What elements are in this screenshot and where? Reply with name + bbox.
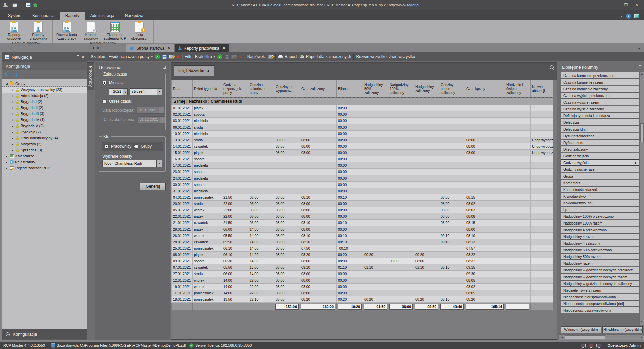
save-filter-icon[interactable] <box>225 55 229 59</box>
column-item-dyżur-razem[interactable]: Dyżur razem <box>561 139 639 146</box>
edit-filter-icon[interactable] <box>231 55 236 59</box>
column-item-nadgodziny-w-godzinach-nocnych-przekroczono[interactable]: Nadgodziny w godzinach nocnych przekrocz… <box>561 267 639 273</box>
tree-item-brygada-i-2[interactable]: ▸Brygada I (2) <box>2 99 87 105</box>
table-row[interactable]: 01.01.2021piątek00:00 <box>172 105 553 111</box>
tree-expander-icon[interactable]: ▸ <box>11 100 14 103</box>
table-row[interactable]: 04.01.2021poniedziałek21:5006:0008:0008:… <box>172 194 553 201</box>
column-item-dyżur-przekroczono[interactable]: Dyżur przekroczono <box>561 133 639 139</box>
table-row[interactable]: 20.01.2021środa22:0006:0008:0008:0000:00… <box>172 201 553 207</box>
grupy-radio-option[interactable]: Grupy <box>134 144 160 149</box>
group-by-button[interactable]: Imię i Nazwisko ▲ <box>174 65 214 76</box>
tree-item-magazyn-2[interactable]: ▸Magazyn (2) <box>2 141 87 147</box>
home-icon[interactable] <box>33 3 37 7</box>
column-item-krwiodawstwo-dni[interactable]: Krwiodawstwo [dni] <box>561 200 639 206</box>
pin-icon[interactable] <box>163 66 166 70</box>
table-row[interactable]: 17.01.2021niedziela00:00 <box>172 162 553 169</box>
column-header-niedziele-i-święta-zaliczony[interactable]: Niedziele i święta zaliczony <box>505 80 531 98</box>
column-header-godzina-rozpoczęcia-pracy[interactable]: Godzina rozpoczęcia pracy <box>222 80 248 98</box>
raport-button[interactable]: Raport <box>278 54 297 59</box>
raporty-pracownika-button[interactable]: Raporty pracownika <box>26 20 50 40</box>
scroll-down-icon[interactable]: ▼ <box>641 320 643 325</box>
group-row[interactable]: ◢ Imię i Nazwisko : Chambless Rudi <box>172 98 553 105</box>
column-header-dzień-tygodnia[interactable]: Dzień tygodnia <box>193 80 222 98</box>
column-header-czas-łączny[interactable]: Czas łączny <box>465 80 505 98</box>
apply-filter-icon[interactable]: ✔ <box>217 54 222 59</box>
table-row[interactable]: 15.01.2021piątek08:0008:0000:0008:00Urlo… <box>172 150 553 156</box>
table-row[interactable]: 25.01.2021poniedziałek06:1014:0008:0007:… <box>172 245 553 252</box>
tree-item-dyrekcja-2[interactable]: ▸Dyrekcja (2) <box>2 129 87 135</box>
tree-item-rejestratory[interactable]: ▸Rejestratory <box>2 159 87 165</box>
column-header-data[interactable]: Data <box>172 80 193 98</box>
apply-template-icon[interactable]: ✔ <box>155 54 160 59</box>
column-header-nazwa-absencji[interactable]: Nazwa absencji <box>531 80 553 98</box>
column-item-nieobecność-nieusprawiedliwiona-dni[interactable]: Nieobecność nieusprawiedliwiona [dni] <box>561 300 639 307</box>
scroll-right-icon[interactable]: ▸ <box>639 336 644 339</box>
column-item-delegacja-dni[interactable]: Delegacja [dni] <box>561 126 639 132</box>
column-item-nadgodziny-razem[interactable]: Nadgodziny razem <box>561 260 639 266</box>
filtr-combo[interactable]: Brak filtru ▾ <box>195 54 215 59</box>
pin-icon[interactable] <box>91 46 94 50</box>
pracownicy-radio[interactable] <box>104 144 109 149</box>
tree-expander-icon[interactable]: ▸ <box>5 161 8 164</box>
column-header-godziny-do-wypracow[interactable]: Godziny do wypracow... <box>274 80 300 98</box>
tree-expander-icon[interactable]: ▸ <box>11 106 14 109</box>
ribbon-tab-konfiguracja[interactable]: Konfiguracja <box>27 12 60 20</box>
tree-item-brygada-ii-2[interactable]: ▸Brygada II (2) <box>2 105 87 111</box>
column-item-nadgodziny-w-godzinach-nocnych-razem[interactable]: Nadgodziny w godzinach nocnych razem <box>561 273 639 280</box>
device-status-icon[interactable] <box>581 344 586 347</box>
column-item-grupa[interactable]: Grupa <box>561 173 639 179</box>
column-item-nadgodziny-4-przekroczono[interactable]: Nadgodziny 4 przekroczono <box>561 227 639 233</box>
year-stepper-arrows[interactable]: ▴ ▾ <box>123 88 128 95</box>
tree-expander-icon[interactable]: ▸ <box>11 137 14 140</box>
tab-close-icon[interactable]: ✕ <box>221 46 225 50</box>
column-item-nadgodziny-4-razem[interactable]: Nadgodziny 4 razem <box>561 233 639 240</box>
table-row[interactable]: 09.01.2021sobota06:3014:3008:0008:0008:0… <box>172 258 553 264</box>
table-row[interactable]: 14.01.2021czwartek08:0008:0000:0008:00Ur… <box>172 143 553 150</box>
scrollbar-thumb[interactable] <box>565 335 605 339</box>
column-item-nadgodziny-w-godzinach-nocnych-zaliczony[interactable]: Nadgodziny w godzinach nocnych zaliczony <box>561 280 639 287</box>
device-status-icon[interactable] <box>589 344 593 347</box>
table-row[interactable]: 18.01.2021poniedziałek13:5022:1008:0008:… <box>172 296 553 303</box>
column-item-nadgodziny-4-zaliczony[interactable]: Nadgodziny 4 zaliczony <box>561 240 639 246</box>
tree-item-brygada-iii-3[interactable]: ▸Brygada III (3) <box>2 111 87 117</box>
column-item-czas-na-wyjście-razem[interactable]: Czas na wyjście razem <box>561 99 639 105</box>
card-dropdown-icon[interactable]: ▾ <box>19 4 21 7</box>
navigation-icon[interactable] <box>26 3 31 7</box>
lista-obecności-button[interactable]: Lista obecności <box>127 20 151 40</box>
column-item-nadgodziny-100%-razem[interactable]: Nadgodziny 100% razem <box>561 220 639 226</box>
tree-item-sprzedaż-3[interactable]: ▸Sprzedaż (3) <box>2 147 87 153</box>
column-item-czas-na-wyjście-przekroczono[interactable]: Czas na wyjście przekroczono <box>561 92 639 99</box>
tree-expander-icon[interactable]: ◢ <box>5 82 8 85</box>
column-item-nieobecność-nieusprawiedliwiona[interactable]: Nieobecność nieusprawiedliwiona <box>561 294 639 300</box>
spin-down-icon[interactable]: ▾ <box>123 92 127 95</box>
ribbon-tab-system[interactable]: System <box>3 12 27 20</box>
collapse-all-icon[interactable]: ↥ <box>15 72 19 77</box>
column-header-nadgodziny-100%-zaliczony[interactable]: Nadgodziny 100% zaliczony <box>388 80 414 98</box>
column-item-delegacja[interactable]: Delegacja <box>561 119 639 126</box>
year-stepper[interactable]: 2021 ▴ ▾ <box>109 88 128 95</box>
niewidoczne-button[interactable]: Niewidoczne (wszystkie) <box>602 326 643 333</box>
table-row[interactable]: 16.01.2021sobota00:00 <box>172 156 553 162</box>
vertical-scrollbar[interactable]: ▲ ▼ <box>639 72 644 325</box>
edit-template-icon[interactable] <box>169 55 174 59</box>
minimize-button[interactable]: – <box>610 1 620 9</box>
tree-item-rejestr-zdarzeń-rcp[interactable]: ▸Rejestr zdarzeń RCP <box>2 165 87 171</box>
tree-expander-icon[interactable]: ▸ <box>5 167 8 170</box>
table-row[interactable]: 30.01.2021sobota00:00 <box>172 182 553 188</box>
column-item-nieobecność-usprawiedliwiona[interactable]: Nieobecność usprawiedliwiona <box>561 307 639 313</box>
column-header-nadgodziny-zaliczony[interactable]: Nadgodziny zaliczony <box>414 80 439 98</box>
tab-pracownicy-vertical[interactable]: Pracownicy <box>87 62 94 90</box>
tree-expander-icon[interactable]: ▸ <box>11 118 14 121</box>
table-row[interactable]: 06.01.2021środa00:00 <box>172 124 553 131</box>
column-item-kompletność-zdarzeń[interactable]: Kompletność zdarzeń <box>561 186 639 193</box>
ribbon-tab-raporty[interactable]: Raporty <box>60 12 85 20</box>
wybrane-obiekty-select[interactable]: [006]: Chambless Rudi ▾ <box>102 160 162 167</box>
column-item-definicja-typu-dnia-kalendarza[interactable]: Definicja typu dnia kalendarza <box>561 112 639 119</box>
column-item-lp[interactable]: Lp <box>561 206 639 213</box>
tree-item-dział-konstrukcyjny-4[interactable]: ▸Dział konstrukcyjny (4) <box>2 135 87 141</box>
scrollbar-thumb[interactable] <box>640 123 644 142</box>
column-header-godziny-nocne-zaliczony[interactable]: Godziny nocne zaliczony <box>439 80 465 98</box>
edit-header-icon[interactable] <box>268 55 273 59</box>
column-header-nadgodziny-50%-zaliczony[interactable]: Nadgodziny 50% zaliczony <box>363 80 388 98</box>
table-row[interactable]: 21.01.2021czwartek21:5006:0008:0008:1000… <box>172 220 553 226</box>
